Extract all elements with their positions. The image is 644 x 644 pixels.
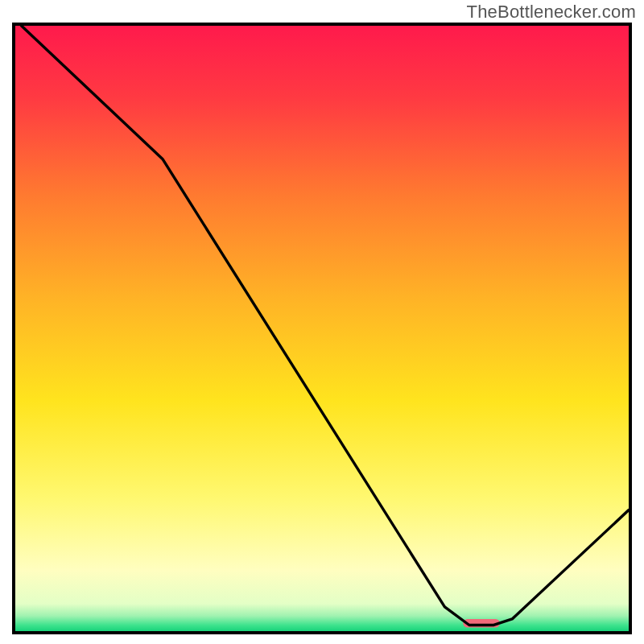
gradient-background	[15, 26, 629, 631]
chart-container: TheBottlenecker.com	[0, 0, 644, 644]
plot-frame	[12, 23, 632, 634]
watermark-text: TheBottlenecker.com	[467, 2, 636, 23]
plot-svg	[15, 26, 629, 631]
